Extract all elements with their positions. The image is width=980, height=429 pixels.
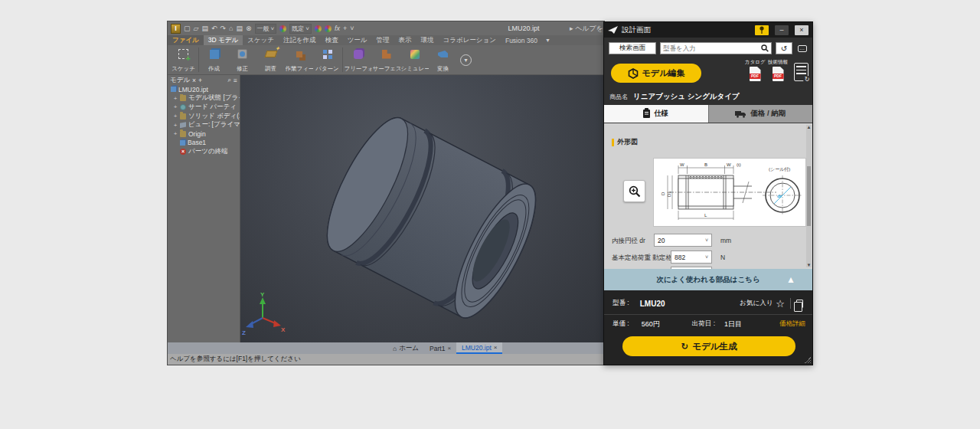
browser-add-icon[interactable]: + — [198, 77, 202, 84]
color-wheel-icon[interactable] — [279, 25, 286, 32]
expander-icon[interactable]: + — [173, 95, 178, 102]
linear-bushing-3d-model[interactable]: Y X Z — [240, 75, 604, 342]
redo-icon[interactable]: ↷ — [220, 24, 227, 34]
undo-icon[interactable]: ↶ — [211, 24, 217, 34]
ribbon-tab-view[interactable]: 表示 — [394, 35, 416, 45]
ribbon-tab-fusion360[interactable]: Fusion 360 — [501, 35, 542, 45]
ribbon-button-sketch[interactable]: スケッチ — [169, 46, 198, 74]
parameters-fx-icon[interactable]: fx — [335, 24, 340, 34]
dr-value: 20 — [658, 237, 665, 244]
3d-viewport[interactable]: Y X Z — [240, 75, 604, 342]
part-number-input[interactable] — [663, 44, 761, 52]
feedback-button[interactable]: … — [796, 43, 808, 54]
ribbon-button-surface[interactable]: サーフェス — [372, 46, 400, 74]
folder-icon — [180, 113, 186, 120]
ribbon-tab-inspect[interactable]: 検査 — [321, 35, 343, 45]
tree-item-view[interactable]: + ビュー: [プライマリ] — [168, 120, 240, 129]
appearance-adjust-icon[interactable] — [315, 25, 322, 32]
related-parts-banner[interactable]: 次によく使われる部品はこちら ▲ — [604, 269, 812, 290]
divider — [604, 314, 812, 315]
tree-item-base1[interactable]: Base1 — [168, 139, 240, 148]
favorite-button[interactable]: お気に入り ☆ — [740, 298, 785, 309]
tab-spec[interactable]: 仕様 — [604, 105, 708, 123]
scroll-down-icon[interactable]: ▼ — [807, 263, 812, 267]
save-icon[interactable]: ▤ — [201, 24, 208, 34]
catalog-pdf-link[interactable]: カタログ PDF — [745, 59, 765, 81]
pin-icon[interactable] — [755, 25, 769, 35]
doc-tab-lmu20[interactable]: LMU20.ipt × — [456, 342, 502, 354]
tree-item-model-states[interactable]: + モデル状態 [プライマリ] — [168, 94, 240, 103]
tab-price-delivery[interactable]: 価格 / 納期 — [708, 105, 813, 123]
drawing-zoom-button[interactable] — [623, 180, 645, 202]
price-detail-link[interactable]: 価格詳細 — [779, 319, 805, 329]
expander-icon[interactable]: + — [173, 103, 178, 110]
generate-model-button[interactable]: ↻ モデル生成 — [622, 336, 795, 356]
ribbon-collapse-button[interactable]: ▼ — [460, 54, 472, 66]
ribbon-button-pattern[interactable]: パターン — [313, 46, 341, 74]
cancel-icon[interactable]: ⊗ — [246, 24, 252, 34]
browser-close-icon[interactable]: × — [192, 77, 196, 84]
unit-price-label: 単価 : — [612, 319, 629, 329]
ribbon-tab-collaborate[interactable]: コラボレーション — [439, 35, 501, 45]
close-icon[interactable]: × — [494, 344, 498, 351]
ribbon-button-convert[interactable]: 変換 — [429, 46, 457, 74]
ribbon-tab-file[interactable]: ファイル — [168, 35, 204, 45]
tree-item-origin[interactable]: + Origin — [168, 129, 240, 139]
ribbon-tab-3d-model[interactable]: 3D モデル — [204, 35, 243, 45]
spec-document-button[interactable]: ↻ — [794, 63, 808, 81]
search-screen-button[interactable]: 検索画面 — [609, 42, 656, 54]
qat-add-icon[interactable]: + — [343, 24, 347, 34]
expander-icon[interactable]: + — [173, 113, 178, 120]
scroll-thumb[interactable] — [807, 166, 811, 226]
dr-select[interactable]: 20 ˅ — [654, 234, 712, 247]
expander-icon[interactable]: + — [173, 130, 178, 137]
ribbon-overflow-icon[interactable]: ▼ — [545, 35, 550, 45]
help-search-clipped[interactable]: ▸ ヘルプを — [570, 24, 603, 34]
search-history-button[interactable]: ↺ — [776, 42, 792, 54]
model-edit-button[interactable]: モデル編集 — [611, 64, 701, 83]
ribbon-tab-environments[interactable]: 環境 — [416, 35, 439, 45]
expander-icon[interactable]: + — [173, 122, 178, 129]
ribbon-button-modify[interactable]: 修正 — [228, 46, 256, 74]
convert-icon — [436, 47, 449, 61]
browser-menu-icon[interactable]: ≡ — [234, 77, 237, 84]
appearance-clear-icon[interactable] — [325, 25, 332, 32]
ribbon-button-freeform[interactable]: フリーフォー... — [344, 46, 372, 74]
ribbon-button-inspect[interactable]: 調査 — [256, 46, 285, 74]
appearance-dropdown[interactable]: 既定 ˅ — [289, 24, 312, 34]
open-file-icon[interactable]: ▱ — [194, 24, 199, 34]
scroll-up-icon[interactable]: ▲ — [807, 125, 812, 129]
browser-search-icon[interactable]: ⌕ — [227, 76, 231, 84]
copy-icon[interactable] — [796, 300, 803, 308]
doc-tab-part1[interactable]: Part1 × — [424, 342, 456, 354]
ribbon-tab-tools[interactable]: ツール — [343, 35, 372, 45]
resize-grip[interactable] — [805, 357, 811, 363]
measure-icon[interactable]: ▤ — [236, 24, 243, 34]
close-icon[interactable]: × — [447, 345, 451, 352]
doc-tab-home[interactable]: ⌂ ホーム — [387, 342, 424, 354]
close-button[interactable]: × — [795, 25, 808, 35]
ribbon-button-simulation[interactable]: シミュレー... — [400, 46, 429, 74]
home-icon[interactable]: ⌂ — [229, 24, 233, 34]
tree-item-root[interactable]: LMU20.ipt — [168, 85, 240, 94]
tech-info-pdf-link[interactable]: 技術情報 PDF — [768, 59, 788, 81]
minimize-button[interactable]: – — [775, 25, 789, 35]
field-label-load: 基本定格荷重 動定格 — [612, 254, 672, 263]
inventor-app-button[interactable]: I — [171, 24, 181, 34]
tree-item-solid-bodies[interactable]: + ソリッド ボディ(1) — [168, 112, 240, 121]
ribbon-tab-annotate[interactable]: 注記を作成 — [279, 35, 321, 45]
search-icon[interactable] — [761, 44, 769, 52]
content-scrollbar[interactable]: ▲ ▼ — [806, 125, 812, 267]
material-dropdown[interactable]: 一般 ˅ — [255, 24, 277, 34]
outline-drawing[interactable]: W B W (t) D D1 L (シール付) dr — [653, 158, 806, 227]
ribbon-tab-manage[interactable]: 管理 — [372, 35, 394, 45]
new-file-icon[interactable]: ▢ — [184, 24, 191, 34]
load-select[interactable]: 882 ˅ — [671, 251, 712, 264]
ribbon-button-create[interactable]: 作成 — [200, 46, 228, 74]
tree-item-end-of-part[interactable]: × パーツの終端 — [168, 147, 240, 156]
qat-customize-icon[interactable]: ˅ — [350, 24, 354, 34]
pdf-file-icon: PDF — [773, 67, 784, 81]
ribbon-tab-sketch[interactable]: スケッチ — [243, 35, 279, 45]
tree-item-third-party[interactable]: + サード パーティ — [168, 103, 240, 112]
ribbon-button-work-features[interactable]: 作業フィー... — [285, 46, 313, 74]
